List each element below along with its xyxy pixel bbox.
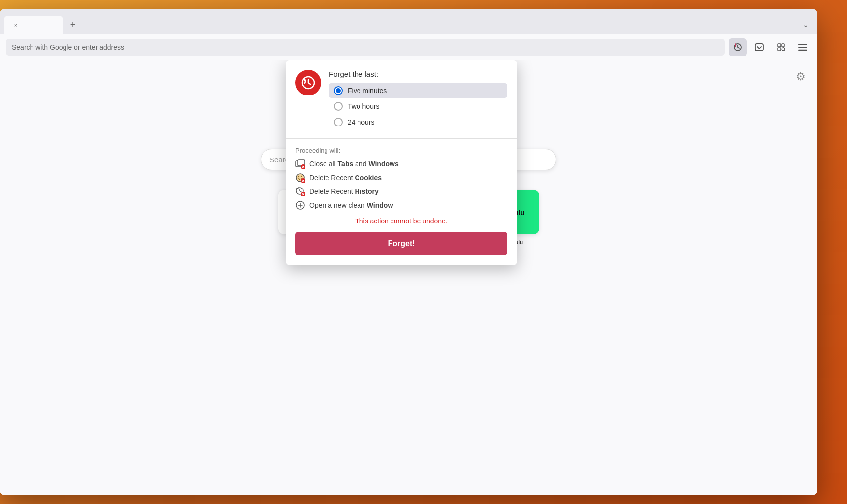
option-24-hours[interactable]: 24 hours xyxy=(329,115,507,129)
popup-top-section: Forget the last: Five minutes Two hours … xyxy=(286,60,517,138)
active-tab[interactable]: × xyxy=(4,16,63,34)
forget-options: Forget the last: Five minutes Two hours … xyxy=(329,70,507,130)
effect-delete-cookies: Delete Recent Cookies xyxy=(295,173,507,183)
popup-bottom-section: Proceeding will: Close all Tabs and Wind… xyxy=(286,139,517,265)
radio-two-hours[interactable] xyxy=(334,102,343,111)
svg-rect-3 xyxy=(782,44,784,47)
warning-text: This action cannot be undone. xyxy=(295,217,507,225)
tab-list-chevron[interactable]: ⌄ xyxy=(798,17,814,32)
new-window-text: Open a new clean Window xyxy=(309,201,393,209)
effect-delete-history: Delete Recent History xyxy=(295,187,507,196)
new-window-icon xyxy=(295,200,305,210)
popup-header: Forget the last: Five minutes Two hours … xyxy=(295,70,507,130)
extensions-button[interactable] xyxy=(772,38,790,56)
pocket-button[interactable] xyxy=(750,38,768,56)
browser-content: Firefox Search with Google or enter addr… xyxy=(0,60,817,495)
address-bar[interactable]: Search with Google or enter address xyxy=(6,39,725,56)
svg-point-18 xyxy=(301,176,302,177)
effect-new-window: Open a new clean Window xyxy=(295,200,507,210)
svg-rect-7 xyxy=(798,49,807,50)
close-tabs-text: Close all Tabs and Windows xyxy=(309,160,399,168)
tabs-icon xyxy=(295,159,305,169)
option-five-minutes-label: Five minutes xyxy=(348,87,387,94)
new-tab-button[interactable]: + xyxy=(65,17,81,32)
svg-rect-6 xyxy=(798,46,807,47)
svg-point-19 xyxy=(299,179,300,180)
delete-history-text: Delete Recent History xyxy=(309,188,379,195)
tab-close-button[interactable]: × xyxy=(12,21,20,29)
svg-point-21 xyxy=(298,178,299,179)
effect-close-tabs: Close all Tabs and Windows xyxy=(295,159,507,169)
forget-button[interactable] xyxy=(729,38,747,56)
forget-label: Forget the last: xyxy=(329,70,507,78)
radio-five-minutes[interactable] xyxy=(334,86,343,95)
option-two-hours[interactable]: Two hours xyxy=(329,99,507,114)
forget-action-button[interactable]: Forget! xyxy=(295,232,507,255)
settings-gear-button[interactable]: ⚙ xyxy=(792,68,810,86)
tab-bar: × + ⌄ xyxy=(0,9,817,34)
option-24-hours-label: 24 hours xyxy=(348,118,374,126)
browser-window: × + ⌄ Search with Google or enter addres… xyxy=(0,9,817,495)
forget-icon-svg xyxy=(301,75,316,90)
cookies-icon xyxy=(295,173,305,183)
history-icon xyxy=(295,187,305,196)
svg-rect-5 xyxy=(798,44,807,45)
toolbar: Search with Google or enter address xyxy=(0,34,817,60)
forget-popup: Forget the last: Five minutes Two hours … xyxy=(286,60,517,265)
svg-rect-2 xyxy=(778,44,781,47)
delete-cookies-text: Delete Recent Cookies xyxy=(309,174,382,182)
svg-rect-1 xyxy=(755,44,763,51)
proceeding-label: Proceeding will: xyxy=(295,147,507,154)
svg-point-17 xyxy=(298,176,299,177)
radio-24-hours[interactable] xyxy=(334,118,343,126)
menu-button[interactable] xyxy=(794,38,812,56)
svg-rect-4 xyxy=(778,48,781,51)
option-two-hours-label: Two hours xyxy=(348,102,380,110)
forget-icon-circle xyxy=(295,70,321,95)
option-five-minutes[interactable]: Five minutes xyxy=(329,83,507,98)
